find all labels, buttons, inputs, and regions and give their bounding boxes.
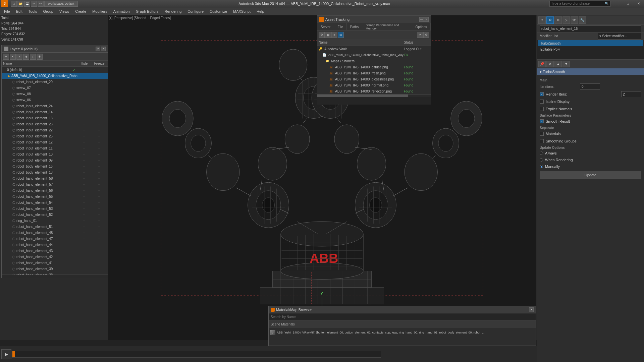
- asset-btn-2[interactable]: ▦: [325, 32, 331, 38]
- layer-item[interactable]: ⬡robot_input_element_20······: [2, 79, 108, 85]
- layer-item[interactable]: ⬡robot_hand_element_58······: [2, 175, 108, 181]
- layer-item[interactable]: ⬡robot_hand_element_41······: [2, 260, 108, 266]
- asset-tree[interactable]: 🔑 Autodesk Vault Logged Out 📄 ABB_YuMi_I…: [317, 46, 431, 94]
- materials-checkbox[interactable]: [540, 132, 544, 136]
- when-rendering-radio[interactable]: [540, 158, 543, 162]
- smooth-result-checkbox[interactable]: ✓: [540, 119, 544, 123]
- asset-help-btn[interactable]: ?: [417, 32, 423, 38]
- asset-btn-4[interactable]: ⊞: [338, 32, 344, 38]
- layer-item[interactable]: ⬡robot_body_element_16······: [2, 163, 108, 169]
- asset-search-input[interactable]: [317, 97, 431, 105]
- layer-item[interactable]: ⬡robot_hand_element_38······: [2, 272, 108, 275]
- search-bar[interactable]: 🔍: [549, 1, 610, 7]
- layer-item[interactable]: ⬡robot_hand_element_48······: [2, 230, 108, 236]
- pin-modifier-btn[interactable]: 📌: [538, 61, 546, 67]
- create-icon-btn[interactable]: ✦: [538, 16, 546, 24]
- menu-customize[interactable]: Customize: [207, 8, 230, 15]
- menu-help[interactable]: Help: [254, 8, 267, 15]
- menu-tools[interactable]: Tools: [26, 8, 40, 15]
- manually-radio[interactable]: [540, 165, 543, 168]
- isoline-checkbox[interactable]: [540, 100, 544, 104]
- layer-freeze-all-btn[interactable]: ❄: [37, 54, 43, 60]
- mat-search-input[interactable]: [271, 315, 534, 319]
- workspace-btn[interactable]: Workspace: Default: [44, 1, 78, 7]
- move-up-btn[interactable]: ▲: [554, 61, 562, 67]
- asset-row-fresn[interactable]: 🖼 ABB_YuMi_IRB_14000_fresn.png Found: [317, 70, 431, 76]
- asset-tab-options[interactable]: Options: [412, 23, 431, 31]
- layer-item[interactable]: ⬡robot_input_element_13······: [2, 115, 108, 121]
- mat-browser-search[interactable]: [269, 313, 536, 321]
- asset-row-reflection[interactable]: 🖼 ABB_YuMi_IRB_14000_reflection.png Foun…: [317, 88, 431, 94]
- menu-graph-editors[interactable]: Graph Editors: [133, 8, 161, 15]
- object-name-field[interactable]: robot_hand_element_15: [540, 25, 641, 32]
- menu-edit[interactable]: Edit: [13, 8, 25, 15]
- timeline-scrubber[interactable]: [12, 351, 381, 358]
- mat-browser-close-btn[interactable]: ✕: [529, 307, 534, 312]
- modify-icon-btn[interactable]: ⚙: [546, 16, 554, 24]
- open-btn[interactable]: 📂: [17, 1, 23, 7]
- asset-row-maps[interactable]: 📁 Maps / Shaders: [317, 58, 431, 64]
- layer-close-btn[interactable]: ✕: [101, 47, 106, 51]
- mat-item-1[interactable]: V ABB_YuMi_1400 ( VRayMtl ) [button_elem…: [270, 329, 534, 336]
- modifier-stack[interactable]: TurboSmooth Editable Poly: [537, 40, 644, 60]
- layer-item[interactable]: ⬡robot_input_element_11······: [2, 145, 108, 151]
- layer-item[interactable]: ⬡robot_input_element_24······: [2, 103, 108, 109]
- redo-btn[interactable]: ↪: [38, 1, 44, 7]
- hierarchy-icon-btn[interactable]: ⊛: [554, 16, 562, 24]
- layer-item[interactable]: ⬡robot_hand_element_53······: [2, 205, 108, 212]
- layer-item[interactable]: ⬡robot_hand_element_51······: [2, 224, 108, 230]
- layer-hide-all-btn[interactable]: ◻: [30, 54, 36, 60]
- iterations-spinner[interactable]: 0: [580, 83, 600, 89]
- asset-btn-3[interactable]: ≡: [331, 32, 337, 38]
- save-btn[interactable]: 💾: [24, 1, 30, 7]
- asset-tab-paths[interactable]: Paths: [347, 23, 363, 31]
- layer-item[interactable]: ⬡robot_hand_element_44······: [2, 242, 108, 248]
- utilities-icon-btn[interactable]: 🔧: [579, 16, 586, 24]
- turbosmooth-header[interactable]: ▾ TurboSmooth: [537, 68, 644, 75]
- asset-row-normal[interactable]: 🖼 ABB_YuMi_IRB_14000_normal.png Found: [317, 82, 431, 88]
- asset-search[interactable]: [317, 97, 431, 104]
- layer-item[interactable]: ⬡robot_input_element_22······: [2, 127, 108, 133]
- layer-delete-btn[interactable]: ✕: [10, 54, 16, 60]
- menu-maxscript[interactable]: MAXScript: [230, 8, 253, 15]
- delete-modifier-btn[interactable]: ✕: [546, 61, 554, 67]
- play-btn[interactable]: ▶: [1, 349, 11, 359]
- asset-row-vault[interactable]: 🔑 Autodesk Vault Logged Out: [317, 46, 431, 52]
- search-input[interactable]: [551, 2, 605, 5]
- asset-close-btn[interactable]: ✕: [424, 17, 429, 22]
- asset-tab-bitmap[interactable]: Bitmap Performance and Memory: [362, 23, 412, 31]
- modifier-turbosmooth[interactable]: TurboSmooth: [538, 40, 643, 46]
- layer-item[interactable]: ⬡robot_input_element_09······: [2, 157, 108, 163]
- asset-btn-1[interactable]: ⚙: [319, 32, 325, 38]
- menu-views[interactable]: Views: [57, 8, 72, 15]
- layer-item[interactable]: ⬡ring_hand_01······: [2, 218, 108, 224]
- close-btn[interactable]: ✕: [633, 0, 644, 7]
- explicit-normals-checkbox[interactable]: [540, 107, 544, 111]
- modifier-editable-poly[interactable]: Editable Poly: [538, 46, 643, 52]
- smoothing-groups-checkbox[interactable]: [540, 139, 544, 143]
- menu-configure[interactable]: Configure: [185, 8, 206, 15]
- layer-item[interactable]: ▶ABB_YuMi_IRB_14000_Collaborative_Robot·…: [2, 73, 108, 79]
- layer-item[interactable]: ⬡robot_hand_element_54······: [2, 199, 108, 205]
- minimize-btn[interactable]: —: [612, 0, 623, 7]
- layer-item[interactable]: ⬡robot_input_element_14······: [2, 109, 108, 115]
- layer-item[interactable]: ☰0 (default)✓······: [2, 67, 108, 73]
- asset-tab-file[interactable]: File: [334, 23, 346, 31]
- menu-rendering[interactable]: Rendering: [162, 8, 184, 15]
- update-button[interactable]: Update: [540, 171, 641, 179]
- render-iters-checkbox[interactable]: ✓: [540, 92, 544, 96]
- layer-item[interactable]: ⬡robot_input_element_23······: [2, 121, 108, 127]
- asset-tab-server[interactable]: Server: [317, 23, 334, 31]
- layer-select-btn[interactable]: ◈: [23, 54, 29, 60]
- layer-item[interactable]: ⬡robot_input_element_25······: [2, 133, 108, 139]
- asset-row-diffuse[interactable]: 🖼 ABB_YuMi_IRB_14000_diffuse.png Found: [317, 64, 431, 70]
- layer-item[interactable]: ⬡screw_06······: [2, 97, 108, 103]
- layer-item[interactable]: ⬡robot_body_element_18······: [2, 169, 108, 175]
- motion-icon-btn[interactable]: ▷: [562, 16, 570, 24]
- layer-add-selection-btn[interactable]: ▸: [16, 54, 22, 60]
- menu-group[interactable]: Group: [40, 8, 56, 15]
- menu-file[interactable]: File: [1, 8, 13, 15]
- asset-scroll-thumb[interactable]: [317, 95, 408, 97]
- layer-item[interactable]: ⬡robot_hand_element_43······: [2, 248, 108, 254]
- layer-item[interactable]: ⬡robot_hand_element_52······: [2, 212, 108, 218]
